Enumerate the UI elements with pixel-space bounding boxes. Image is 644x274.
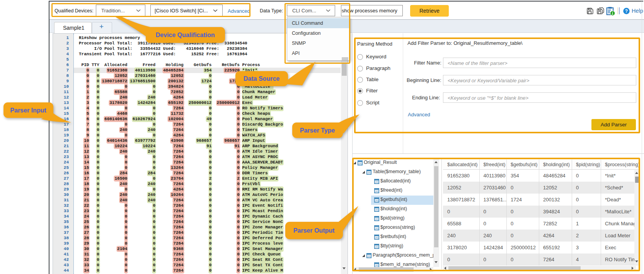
svg-text:Data Source: Data Source bbox=[244, 75, 279, 82]
svg-text:Parser Output: Parser Output bbox=[293, 227, 335, 234]
svg-text:Parser Type: Parser Type bbox=[300, 127, 335, 134]
svg-text:?: ? bbox=[625, 9, 628, 14]
svg-text:Parser Input: Parser Input bbox=[10, 107, 47, 114]
svg-text:Device Qualification: Device Qualification bbox=[156, 32, 215, 38]
